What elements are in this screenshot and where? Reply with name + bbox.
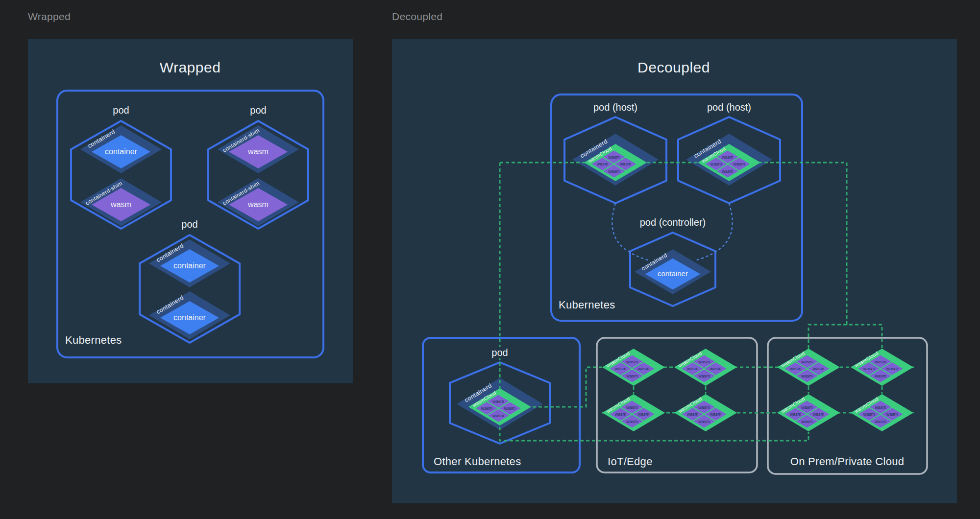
lattice-link [500,163,808,441]
wasmcloud-cluster [777,394,840,431]
wasmcloud-cluster [851,349,913,386]
wasmcloud-cluster [674,394,737,431]
pod-controller-label: pod (controller) [640,217,706,228]
frame-tag-decoupled[interactable]: Decoupled [392,11,442,23]
pod-label: pod [113,105,129,116]
pod-host-label: pod (host) [707,102,751,113]
containerd-container-group [80,125,162,173]
panel-decoupled: Decoupled pod (host) pod (host) pod (con… [392,39,957,503]
wasmcloud-cluster [602,394,665,431]
frame-tag-wrapped[interactable]: Wrapped [28,11,71,23]
figma-canvas: { "frames": { "wrapped": { "tag": "Wrapp… [0,0,980,519]
kubernetes-label: Kubernetes [65,334,122,346]
lattice-link [808,325,882,349]
pod-label: pod [491,347,508,358]
controller-link-right [695,203,733,260]
wasmcloud-cluster [777,349,840,386]
containerd-container-group [635,249,711,294]
pod-label: pod [250,105,266,116]
decoupled-diagram: Decoupled pod (host) pod (host) pod (con… [392,39,957,503]
containerd-shim-wasm-group [218,178,299,226]
kubernetes-label: Kubernetes [559,299,615,311]
wrapped-title: Wrapped [160,59,221,75]
containerd-container-group [149,239,230,287]
containerd-shim-wasm-group [218,125,299,173]
pod-label: pod [181,219,197,230]
panel-wrapped: Wrapped pod pod pod Kubernetes [28,39,353,383]
pod-host-label: pod (host) [593,102,637,113]
decoupled-title: Decoupled [637,59,710,75]
containerd-shim-wasm-group [80,178,162,226]
other-kubernetes-label: Other Kubernetes [434,455,521,468]
iot-edge-label: IoT/Edge [608,455,653,468]
wasmcloud-cluster [602,349,665,386]
wrapped-diagram: Wrapped pod pod pod Kubernetes [28,39,353,383]
wasmcloud-cluster [674,349,737,386]
onprem-label: On Prem/Private Cloud [790,455,905,468]
containerd-container-group [149,291,230,339]
wasmcloud-cluster [851,394,913,431]
